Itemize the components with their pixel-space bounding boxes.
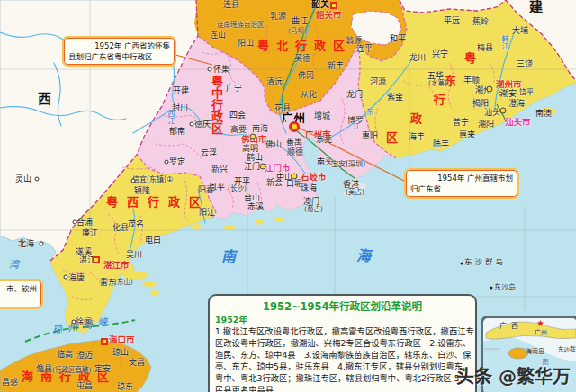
island	[142, 281, 157, 287]
island	[150, 290, 159, 296]
island	[190, 224, 202, 229]
town-marker	[487, 86, 493, 93]
map-label: 合浦	[76, 218, 93, 227]
dot-marker	[461, 263, 464, 265]
map-label: 江门市	[265, 164, 291, 173]
map-label: 番禺	[286, 138, 302, 147]
map-label: 南	[221, 250, 236, 264]
map-label: 龙川	[410, 54, 426, 62]
map-label: 儋县	[36, 365, 52, 373]
map-label: 海口市	[109, 335, 135, 344]
map-label: 怀集	[213, 66, 230, 74]
map-label: 连山	[210, 31, 226, 40]
legend-line: 粤中、粤北3行政区；撤珠江专区，辖县划归粤中、粤北2行政区 5.	[215, 372, 470, 384]
map-label: 新丰	[328, 62, 344, 70]
map-label: 紫金	[387, 94, 403, 102]
seat-marker	[35, 177, 40, 182]
callout-1952-huaiji: 1952年 广西省的怀集县划归广东省粤中行政区	[64, 38, 175, 65]
map-label: 新兴	[212, 165, 228, 174]
map-label: 定安	[94, 365, 111, 373]
map-label: 三饶	[517, 60, 533, 68]
map-label: 云浮	[201, 149, 217, 157]
map-label: 海丰	[409, 133, 425, 141]
seat-marker	[40, 242, 44, 246]
map-label: 信宜(东镇)①	[132, 176, 173, 183]
map-label: 海	[356, 249, 371, 263]
map-label: 粤	[464, 52, 476, 64]
map-label: 东莞	[316, 136, 332, 144]
map-label: 琼东	[117, 383, 133, 391]
map-label: 高明	[242, 145, 258, 153]
map-label: 江门	[244, 163, 260, 171]
dot-marker	[490, 287, 493, 290]
town-marker	[500, 108, 507, 114]
map-label: (马坝)	[288, 28, 307, 35]
map-label: 东沙岛	[494, 284, 516, 291]
map-label: 兴宁	[432, 50, 448, 58]
map-label: 阳江	[199, 209, 215, 217]
seat-marker	[190, 122, 194, 127]
map-label: 陆丰	[433, 140, 449, 148]
map-label: 连县	[223, 1, 239, 9]
legend-line: 1.撤北江专区改设粤北行政区，撤高雷专区改设粤西行政区，撤西江专	[215, 325, 470, 337]
map-label: 台山	[244, 194, 260, 202]
island	[223, 225, 236, 230]
map-label: (葡占)	[304, 206, 323, 213]
seat-marker	[208, 67, 212, 72]
town-marker	[260, 164, 266, 170]
map-label: 普宁	[453, 119, 469, 127]
map-label: 江	[353, 123, 360, 130]
map-label: 石岐市	[301, 173, 327, 182]
map-label: 屯昌	[76, 382, 93, 390]
map-label: 平远	[444, 17, 460, 25]
seat-marker	[72, 320, 76, 325]
map-label: 花县	[274, 104, 291, 112]
map-label: 饶平	[519, 89, 534, 96]
legend-line: 渔民、东方、琼中4县 3.设海南黎族苗族自治区，辖乐东、白沙、保	[215, 349, 470, 361]
seat-marker	[73, 220, 77, 225]
map-label: 德庆	[194, 120, 211, 129]
legend-line: 亭、东方、琼中5县，驻乐东县 4.撤东江专区，辖县分别划归粤东、	[215, 361, 470, 372]
map-label: 镇隆	[134, 187, 150, 195]
legend-year-1952: 1952年	[215, 313, 470, 325]
map-label: 政	[410, 112, 422, 124]
map-label: 琼山	[112, 349, 129, 357]
map-label: 顺德	[287, 148, 303, 156]
map-label: 罗定	[169, 158, 185, 166]
map-label: 西江	[166, 110, 174, 124]
map-label: (长沙)	[228, 185, 247, 192]
map-label: 南澳	[536, 110, 552, 118]
map-label: 河源	[370, 78, 386, 86]
map-label: 粤中行政区	[211, 76, 222, 134]
map-label: 高要	[230, 126, 247, 134]
seat-marker	[131, 179, 136, 183]
map-label: 临高	[57, 351, 73, 359]
callout-1954-guangzhou: 1954年 广州直辖市划归广东省	[406, 170, 518, 197]
map-label: 东沙群岛	[464, 258, 506, 266]
map-label: 广宁	[226, 85, 242, 93]
map-label: 潮阳	[478, 120, 494, 129]
legend-lines: 1.撤北江专区改设粤北行政区，撤高雷专区改设粤西行政区，撤西江专区改设粤中行政区…	[215, 325, 470, 392]
map-label: 新会	[266, 179, 283, 187]
map-label: 连南瑶族自治区	[217, 22, 265, 29]
map-label: 韶关市	[316, 11, 342, 20]
map-label: 潮安	[500, 90, 517, 98]
map-label: (水寨)	[428, 80, 447, 87]
callout-qinzhou-partial: 市、钦州城、钦县	[0, 281, 41, 307]
map-label: 惠阳	[362, 132, 378, 140]
watermark: 头条 @繁华万里	[456, 362, 576, 392]
island	[274, 218, 284, 222]
map-label: 粤北行政区	[257, 40, 352, 51]
map-label: 清远	[266, 78, 283, 86]
map-label: 珠海	[301, 184, 317, 192]
island	[255, 220, 264, 225]
map-label: 四会	[230, 111, 246, 120]
legend-box: 1952~1954年行政区划沿革说明 1952年 1.撤北江专区改设粤北行政区，…	[208, 294, 477, 392]
map-label: 丰顺	[464, 76, 480, 85]
map-label: 建	[529, 1, 543, 14]
map-label: (东山)	[114, 279, 133, 286]
map-label: 北海	[18, 240, 34, 248]
map-label: 大埔	[512, 27, 528, 35]
map-label: (行政区直辖)	[52, 367, 91, 374]
map-label: 宝安(深圳)	[331, 161, 365, 168]
